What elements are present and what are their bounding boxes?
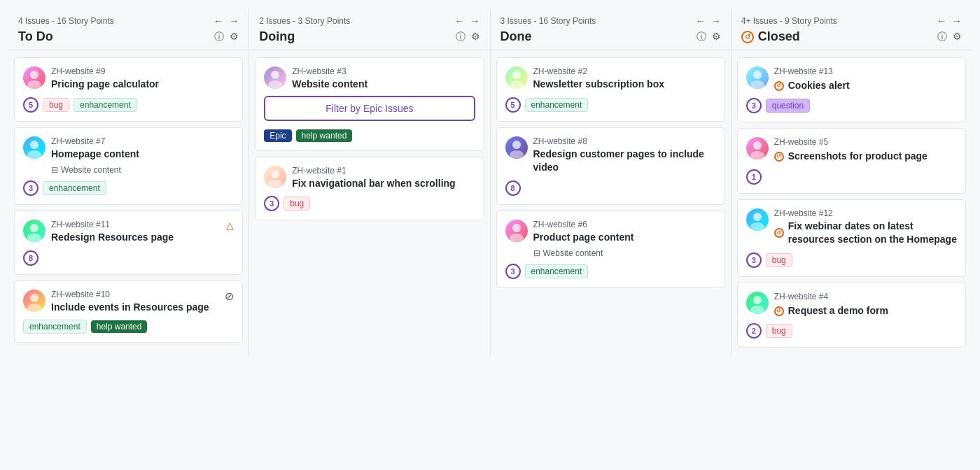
- expand-icon[interactable]: →: [952, 15, 962, 27]
- svg-point-9: [268, 80, 282, 89]
- tag-enhancement[interactable]: enhancement: [43, 181, 106, 195]
- column-body-doing: ZH-website #3Website contentFilter by Ep…: [249, 50, 489, 227]
- card-issue-id: ZH-website #4: [774, 292, 957, 301]
- card-issue-id: ZH-website #12: [774, 208, 957, 218]
- card-tags: 8: [23, 250, 234, 266]
- svg-point-4: [30, 224, 38, 232]
- tag-enhancement[interactable]: enhancement: [525, 264, 589, 278]
- column-body-done: ZH-website #2Newsletter subscription box…: [491, 50, 731, 295]
- svg-point-20: [753, 141, 762, 150]
- card-tags: 3question: [746, 98, 957, 113]
- avatar: [505, 136, 528, 159]
- card-title: Redesign Resources page: [51, 231, 220, 245]
- card-tags: enhancementhelp wanted: [23, 320, 234, 334]
- expand-icon[interactable]: →: [711, 15, 721, 27]
- card-title: Include events in Resources page: [51, 301, 219, 315]
- svg-point-8: [271, 71, 279, 79]
- svg-point-12: [512, 71, 521, 79]
- card[interactable]: ZH-website #11Redesign Resources page△8: [14, 211, 243, 275]
- card-issue-id: ZH-website #11: [51, 220, 220, 229]
- tag-bug[interactable]: bug: [766, 324, 792, 338]
- tag-enhancement[interactable]: enhancement: [525, 98, 589, 112]
- tag-epic[interactable]: Epic: [264, 129, 291, 142]
- tag-help-wanted[interactable]: help wanted: [296, 129, 353, 142]
- svg-point-10: [271, 170, 279, 178]
- collapse-icon[interactable]: ←: [696, 15, 706, 27]
- tag-bug[interactable]: bug: [43, 98, 69, 112]
- settings-icon[interactable]: ⚙: [712, 31, 721, 43]
- card[interactable]: ZH-website #2Newsletter subscription box…: [496, 57, 725, 122]
- tag-enhancement[interactable]: enhancement: [23, 320, 87, 334]
- card-tags: 3enhancement: [23, 180, 234, 196]
- tag-enhancement[interactable]: enhancement: [74, 98, 137, 112]
- svg-point-11: [268, 180, 282, 188]
- column-body-todo: ZH-website #9Pricing page calculator5bug…: [8, 50, 248, 350]
- card-tags: 8: [505, 180, 716, 196]
- points-badge: 8: [23, 250, 38, 266]
- svg-point-13: [510, 80, 524, 89]
- svg-point-16: [512, 224, 521, 232]
- card[interactable]: ZH-website #13↺Cookies alert3question: [737, 57, 966, 122]
- collapse-icon[interactable]: ←: [214, 15, 223, 27]
- info-icon[interactable]: ⓘ: [937, 31, 947, 43]
- expand-icon[interactable]: →: [229, 15, 239, 27]
- collapse-icon[interactable]: ←: [455, 15, 465, 27]
- card-title: ↺Request a demo form: [774, 303, 957, 318]
- svg-point-15: [510, 150, 524, 159]
- card-issue-id: ZH-website #10: [51, 290, 219, 299]
- card-tags: 5bugenhancement: [23, 97, 234, 113]
- column-title: To Do: [18, 29, 53, 44]
- collapse-icon[interactable]: ←: [937, 15, 946, 27]
- closed-column-icon: ↺: [741, 31, 754, 43]
- column-closed: 4+ Issues - 9 Story Points←→↺Closedⓘ⚙ZH-…: [732, 8, 972, 355]
- column-title: Done: [500, 29, 532, 44]
- closed-issue-icon: ↺: [774, 228, 784, 238]
- tag-bug[interactable]: bug: [766, 253, 792, 267]
- card-issue-id: ZH-website #9: [51, 66, 234, 76]
- card-issue-id: ZH-website #5: [774, 137, 957, 147]
- card[interactable]: ZH-website #10Include events in Resource…: [14, 280, 243, 343]
- card[interactable]: ZH-website #3Website contentFilter by Ep…: [255, 57, 484, 151]
- info-icon[interactable]: ⓘ: [696, 31, 706, 43]
- card[interactable]: ZH-website #5↺Screenshots for product pa…: [737, 128, 966, 193]
- card-tags: 1: [746, 169, 957, 185]
- card[interactable]: ZH-website #6Product page content⊟Websit…: [496, 211, 725, 289]
- column-header-doing: 2 Issues - 3 Story Points←→Doingⓘ⚙: [249, 8, 489, 50]
- svg-point-2: [30, 141, 38, 149]
- card-tags: 5enhancement: [505, 97, 716, 113]
- card-title: Website content: [292, 78, 475, 92]
- card-title: Redesign customer pages to include video: [533, 148, 716, 175]
- card[interactable]: ZH-website #12↺Fix webinar dates on late…: [737, 199, 966, 277]
- card[interactable]: ZH-website #9Pricing page calculator5bug…: [14, 57, 243, 122]
- tag-question[interactable]: question: [766, 99, 810, 113]
- column-header-closed: 4+ Issues - 9 Story Points←→↺Closedⓘ⚙: [732, 8, 972, 50]
- settings-icon[interactable]: ⚙: [471, 31, 480, 43]
- card-title: ↺Screenshots for product page: [774, 148, 957, 163]
- svg-point-21: [750, 151, 764, 159]
- settings-icon[interactable]: ⚙: [230, 31, 239, 43]
- card[interactable]: ZH-website #1Fix navigational bar when s…: [255, 157, 484, 221]
- avatar: [23, 136, 46, 159]
- card-title: Homepage content: [51, 148, 234, 162]
- card-issue-id: ZH-website #2: [533, 66, 716, 76]
- svg-point-18: [753, 71, 762, 79]
- expand-icon[interactable]: →: [470, 15, 480, 27]
- card[interactable]: ZH-website #4↺Request a demo form2bug: [737, 283, 966, 348]
- avatar: [505, 66, 528, 89]
- info-icon[interactable]: ⓘ: [456, 31, 465, 43]
- points-badge: 5: [23, 97, 38, 113]
- settings-icon[interactable]: ⚙: [953, 31, 962, 43]
- tag-bug[interactable]: bug: [284, 197, 310, 211]
- card[interactable]: ZH-website #8Redesign customer pages to …: [496, 127, 725, 205]
- card[interactable]: ZH-website #7Homepage content⊟Website co…: [14, 127, 243, 206]
- points-badge: 8: [505, 180, 521, 196]
- info-icon[interactable]: ⓘ: [214, 31, 224, 43]
- svg-point-17: [510, 234, 524, 242]
- card-title: ↺Cookies alert: [774, 78, 957, 92]
- tag-help-wanted[interactable]: help wanted: [91, 320, 148, 333]
- points-badge: 1: [746, 169, 762, 185]
- card-title: Fix navigational bar when scrolling: [292, 177, 475, 191]
- avatar: [23, 220, 46, 242]
- svg-point-0: [30, 71, 38, 79]
- filter-by-epic-button[interactable]: Filter by Epic Issues: [264, 96, 475, 121]
